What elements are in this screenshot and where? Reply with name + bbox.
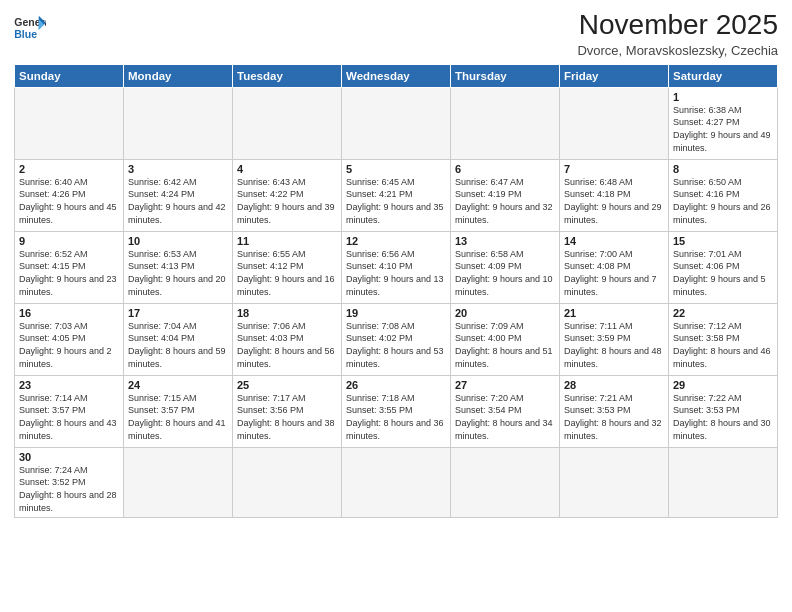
location: Dvorce, Moravskoslezsky, Czechia — [577, 43, 778, 58]
calendar-cell: 15Sunrise: 7:01 AM Sunset: 4:06 PM Dayli… — [669, 231, 778, 303]
calendar-cell: 19Sunrise: 7:08 AM Sunset: 4:02 PM Dayli… — [342, 303, 451, 375]
calendar-cell: 8Sunrise: 6:50 AM Sunset: 4:16 PM Daylig… — [669, 159, 778, 231]
calendar-cell: 14Sunrise: 7:00 AM Sunset: 4:08 PM Dayli… — [560, 231, 669, 303]
day-number: 16 — [19, 307, 119, 319]
calendar-cell: 22Sunrise: 7:12 AM Sunset: 3:58 PM Dayli… — [669, 303, 778, 375]
calendar-cell — [233, 447, 342, 517]
calendar-cell: 23Sunrise: 7:14 AM Sunset: 3:57 PM Dayli… — [15, 375, 124, 447]
calendar-cell: 4Sunrise: 6:43 AM Sunset: 4:22 PM Daylig… — [233, 159, 342, 231]
day-number: 29 — [673, 379, 773, 391]
calendar-header-wednesday: Wednesday — [342, 64, 451, 87]
calendar-week-row: 1Sunrise: 6:38 AM Sunset: 4:27 PM Daylig… — [15, 87, 778, 159]
calendar-cell: 9Sunrise: 6:52 AM Sunset: 4:15 PM Daylig… — [15, 231, 124, 303]
day-number: 26 — [346, 379, 446, 391]
calendar-header-friday: Friday — [560, 64, 669, 87]
calendar-header-saturday: Saturday — [669, 64, 778, 87]
calendar-cell: 2Sunrise: 6:40 AM Sunset: 4:26 PM Daylig… — [15, 159, 124, 231]
title-block: November 2025 Dvorce, Moravskoslezsky, C… — [577, 10, 778, 58]
calendar-cell: 26Sunrise: 7:18 AM Sunset: 3:55 PM Dayli… — [342, 375, 451, 447]
day-info: Sunrise: 6:40 AM Sunset: 4:26 PM Dayligh… — [19, 176, 119, 226]
page: General Blue November 2025 Dvorce, Morav… — [0, 0, 792, 612]
day-info: Sunrise: 7:11 AM Sunset: 3:59 PM Dayligh… — [564, 320, 664, 370]
day-info: Sunrise: 7:18 AM Sunset: 3:55 PM Dayligh… — [346, 392, 446, 442]
day-info: Sunrise: 7:24 AM Sunset: 3:52 PM Dayligh… — [19, 464, 119, 514]
day-info: Sunrise: 6:45 AM Sunset: 4:21 PM Dayligh… — [346, 176, 446, 226]
calendar-cell: 30Sunrise: 7:24 AM Sunset: 3:52 PM Dayli… — [15, 447, 124, 517]
day-number: 14 — [564, 235, 664, 247]
day-info: Sunrise: 6:58 AM Sunset: 4:09 PM Dayligh… — [455, 248, 555, 298]
day-info: Sunrise: 7:15 AM Sunset: 3:57 PM Dayligh… — [128, 392, 228, 442]
day-info: Sunrise: 6:47 AM Sunset: 4:19 PM Dayligh… — [455, 176, 555, 226]
calendar-cell — [124, 87, 233, 159]
day-info: Sunrise: 6:43 AM Sunset: 4:22 PM Dayligh… — [237, 176, 337, 226]
day-info: Sunrise: 7:21 AM Sunset: 3:53 PM Dayligh… — [564, 392, 664, 442]
month-title: November 2025 — [577, 10, 778, 41]
calendar-cell — [342, 87, 451, 159]
day-number: 19 — [346, 307, 446, 319]
day-info: Sunrise: 7:08 AM Sunset: 4:02 PM Dayligh… — [346, 320, 446, 370]
calendar-cell: 18Sunrise: 7:06 AM Sunset: 4:03 PM Dayli… — [233, 303, 342, 375]
day-number: 4 — [237, 163, 337, 175]
day-number: 11 — [237, 235, 337, 247]
calendar-cell: 25Sunrise: 7:17 AM Sunset: 3:56 PM Dayli… — [233, 375, 342, 447]
calendar-cell: 21Sunrise: 7:11 AM Sunset: 3:59 PM Dayli… — [560, 303, 669, 375]
calendar-cell — [560, 87, 669, 159]
day-info: Sunrise: 6:55 AM Sunset: 4:12 PM Dayligh… — [237, 248, 337, 298]
calendar-cell — [451, 87, 560, 159]
calendar-cell: 20Sunrise: 7:09 AM Sunset: 4:00 PM Dayli… — [451, 303, 560, 375]
day-info: Sunrise: 7:22 AM Sunset: 3:53 PM Dayligh… — [673, 392, 773, 442]
day-number: 28 — [564, 379, 664, 391]
day-number: 8 — [673, 163, 773, 175]
calendar-cell: 24Sunrise: 7:15 AM Sunset: 3:57 PM Dayli… — [124, 375, 233, 447]
calendar-cell: 1Sunrise: 6:38 AM Sunset: 4:27 PM Daylig… — [669, 87, 778, 159]
day-number: 9 — [19, 235, 119, 247]
day-number: 20 — [455, 307, 555, 319]
day-number: 15 — [673, 235, 773, 247]
day-number: 2 — [19, 163, 119, 175]
day-number: 13 — [455, 235, 555, 247]
calendar-header-tuesday: Tuesday — [233, 64, 342, 87]
calendar-cell — [669, 447, 778, 517]
calendar-header-thursday: Thursday — [451, 64, 560, 87]
calendar-header-monday: Monday — [124, 64, 233, 87]
calendar-cell: 28Sunrise: 7:21 AM Sunset: 3:53 PM Dayli… — [560, 375, 669, 447]
day-info: Sunrise: 7:17 AM Sunset: 3:56 PM Dayligh… — [237, 392, 337, 442]
calendar-cell — [342, 447, 451, 517]
logo-icon: General Blue — [14, 14, 46, 42]
calendar-cell: 27Sunrise: 7:20 AM Sunset: 3:54 PM Dayli… — [451, 375, 560, 447]
calendar-cell: 5Sunrise: 6:45 AM Sunset: 4:21 PM Daylig… — [342, 159, 451, 231]
day-info: Sunrise: 7:04 AM Sunset: 4:04 PM Dayligh… — [128, 320, 228, 370]
calendar-header-sunday: Sunday — [15, 64, 124, 87]
day-info: Sunrise: 7:00 AM Sunset: 4:08 PM Dayligh… — [564, 248, 664, 298]
day-info: Sunrise: 7:14 AM Sunset: 3:57 PM Dayligh… — [19, 392, 119, 442]
day-number: 23 — [19, 379, 119, 391]
calendar-week-row: 16Sunrise: 7:03 AM Sunset: 4:05 PM Dayli… — [15, 303, 778, 375]
day-info: Sunrise: 7:09 AM Sunset: 4:00 PM Dayligh… — [455, 320, 555, 370]
day-info: Sunrise: 6:53 AM Sunset: 4:13 PM Dayligh… — [128, 248, 228, 298]
day-number: 21 — [564, 307, 664, 319]
svg-text:Blue: Blue — [14, 28, 37, 40]
calendar-week-row: 30Sunrise: 7:24 AM Sunset: 3:52 PM Dayli… — [15, 447, 778, 517]
day-info: Sunrise: 7:01 AM Sunset: 4:06 PM Dayligh… — [673, 248, 773, 298]
day-number: 30 — [19, 451, 119, 463]
day-number: 7 — [564, 163, 664, 175]
calendar-cell — [15, 87, 124, 159]
day-info: Sunrise: 6:56 AM Sunset: 4:10 PM Dayligh… — [346, 248, 446, 298]
calendar-cell: 16Sunrise: 7:03 AM Sunset: 4:05 PM Dayli… — [15, 303, 124, 375]
day-number: 24 — [128, 379, 228, 391]
day-info: Sunrise: 6:38 AM Sunset: 4:27 PM Dayligh… — [673, 104, 773, 154]
calendar-cell: 29Sunrise: 7:22 AM Sunset: 3:53 PM Dayli… — [669, 375, 778, 447]
day-info: Sunrise: 6:50 AM Sunset: 4:16 PM Dayligh… — [673, 176, 773, 226]
day-info: Sunrise: 7:20 AM Sunset: 3:54 PM Dayligh… — [455, 392, 555, 442]
day-info: Sunrise: 6:48 AM Sunset: 4:18 PM Dayligh… — [564, 176, 664, 226]
calendar-cell: 6Sunrise: 6:47 AM Sunset: 4:19 PM Daylig… — [451, 159, 560, 231]
day-info: Sunrise: 7:06 AM Sunset: 4:03 PM Dayligh… — [237, 320, 337, 370]
day-number: 12 — [346, 235, 446, 247]
calendar-cell — [560, 447, 669, 517]
calendar-cell: 17Sunrise: 7:04 AM Sunset: 4:04 PM Dayli… — [124, 303, 233, 375]
day-info: Sunrise: 6:52 AM Sunset: 4:15 PM Dayligh… — [19, 248, 119, 298]
calendar-week-row: 9Sunrise: 6:52 AM Sunset: 4:15 PM Daylig… — [15, 231, 778, 303]
calendar-cell — [233, 87, 342, 159]
day-number: 5 — [346, 163, 446, 175]
calendar-cell: 11Sunrise: 6:55 AM Sunset: 4:12 PM Dayli… — [233, 231, 342, 303]
